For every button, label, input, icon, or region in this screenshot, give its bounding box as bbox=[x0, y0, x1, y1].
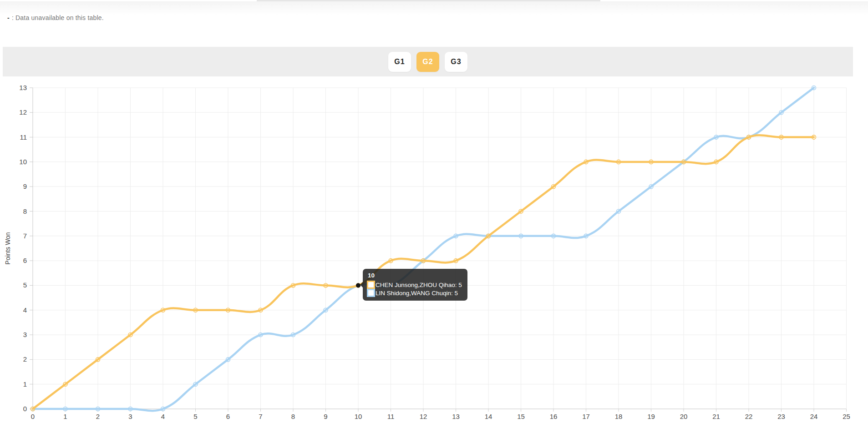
y-tick-label: 5 bbox=[23, 281, 27, 289]
x-tick-label: 25 bbox=[843, 413, 850, 420]
x-tick-label: 15 bbox=[517, 413, 525, 420]
x-tick-label: 23 bbox=[777, 413, 785, 420]
tooltip-series-text: LIN Shidong,WANG Chuqin: 5 bbox=[376, 289, 458, 297]
tooltip-rows: CHEN Junsong,ZHOU Qihao: 5LIN Shidong,WA… bbox=[367, 281, 462, 297]
tooltip-row: CHEN Junsong,ZHOU Qihao: 5 bbox=[367, 281, 462, 289]
x-tick-label: 12 bbox=[420, 413, 427, 420]
y-axis-title: Points Won bbox=[4, 232, 11, 264]
tooltip-series-text: CHEN Junsong,ZHOU Qihao: 5 bbox=[376, 281, 462, 289]
x-tick-label: 19 bbox=[647, 413, 655, 420]
x-tick-label: 5 bbox=[193, 413, 197, 420]
x-tick-label: 14 bbox=[485, 413, 492, 420]
y-tick-label: 3 bbox=[23, 331, 27, 338]
y-tick-label: 12 bbox=[19, 108, 27, 116]
y-tick-label: 4 bbox=[23, 306, 27, 314]
y-tick-label: 7 bbox=[23, 232, 27, 240]
y-tick-label: 10 bbox=[19, 158, 27, 166]
tooltip-caret-icon bbox=[360, 282, 363, 288]
x-tick-label: 6 bbox=[226, 413, 230, 420]
x-tick-label: 1 bbox=[63, 413, 67, 420]
chart-canvas: 0123456789101112131415161718192021222324… bbox=[0, 0, 868, 423]
x-tick-label: 24 bbox=[810, 413, 818, 420]
chart-tooltip: 10 CHEN Junsong,ZHOU Qihao: 5LIN Shidong… bbox=[363, 269, 467, 301]
x-tick-label: 13 bbox=[452, 413, 460, 420]
x-tick-label: 16 bbox=[550, 413, 558, 420]
tooltip-row: LIN Shidong,WANG Chuqin: 5 bbox=[367, 289, 462, 297]
y-tick-label: 1 bbox=[23, 380, 27, 388]
y-tick-label: 8 bbox=[23, 207, 27, 215]
y-tick-label: 11 bbox=[20, 133, 27, 141]
x-tick-label: 0 bbox=[31, 413, 35, 420]
x-tick-label: 17 bbox=[582, 413, 590, 420]
y-tick-label: 0 bbox=[23, 405, 27, 413]
y-tick-label: 6 bbox=[23, 257, 27, 264]
x-tick-label: 7 bbox=[259, 413, 262, 420]
x-tick-label: 9 bbox=[324, 413, 327, 420]
x-tick-label: 11 bbox=[387, 413, 395, 420]
x-tick-label: 3 bbox=[128, 413, 132, 420]
tooltip-title: 10 bbox=[368, 272, 462, 279]
x-tick-label: 22 bbox=[745, 413, 753, 420]
x-tick-label: 18 bbox=[615, 413, 623, 420]
x-tick-label: 21 bbox=[712, 413, 720, 420]
tooltip-series-swatch-icon bbox=[367, 281, 375, 289]
y-tick-label: 9 bbox=[23, 182, 27, 190]
points-won-chart[interactable]: 0123456789101112131415161718192021222324… bbox=[0, 0, 868, 423]
x-tick-label: 2 bbox=[96, 413, 100, 420]
y-tick-label: 2 bbox=[23, 355, 27, 363]
x-tick-label: 10 bbox=[355, 413, 362, 420]
x-tick-label: 20 bbox=[680, 413, 688, 420]
tooltip-series-swatch-icon bbox=[367, 289, 375, 297]
x-tick-label: 4 bbox=[161, 413, 165, 420]
y-tick-label: 13 bbox=[19, 84, 27, 91]
x-tick-label: 8 bbox=[291, 413, 295, 420]
